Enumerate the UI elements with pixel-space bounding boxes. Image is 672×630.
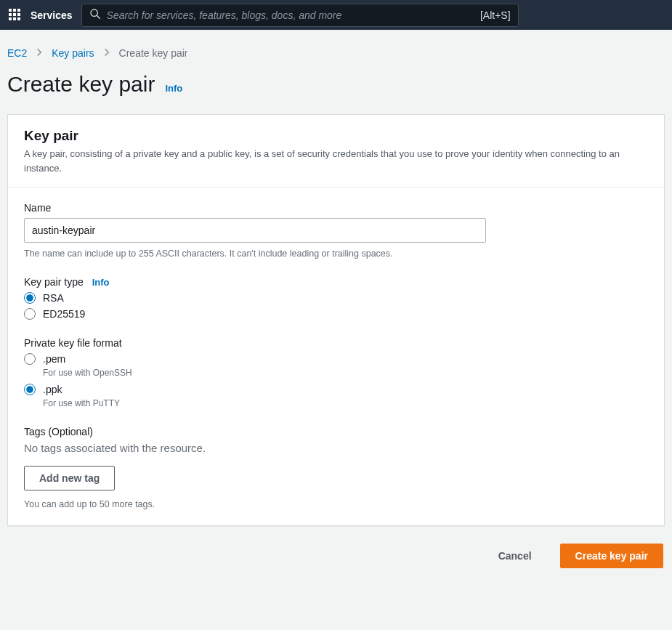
tags-label: Tags (Optional) — [24, 426, 648, 437]
radio-ppk[interactable] — [24, 384, 36, 395]
svg-line-1 — [97, 15, 100, 19]
name-field: Name The name can include up to 255 ASCI… — [24, 202, 648, 259]
svg-point-0 — [91, 9, 97, 16]
radio-ed25519-label: ED25519 — [43, 308, 85, 320]
page-info-link[interactable]: Info — [165, 83, 182, 94]
radio-pem[interactable] — [24, 353, 36, 365]
panel-header: Key pair A key pair, consisting of a pri… — [8, 115, 664, 187]
breadcrumb: EC2 Key pairs Create key pair — [0, 30, 672, 72]
keytype-field: Key pair type Info RSA ED25519 — [24, 276, 648, 320]
top-nav: Services [Alt+S] — [0, 0, 672, 30]
radio-rsa[interactable] — [24, 292, 36, 304]
keytype-info-link[interactable]: Info — [92, 277, 110, 288]
create-key-pair-button[interactable]: Create key pair — [560, 544, 663, 568]
format-field: Private key file format .pem For use wit… — [24, 337, 648, 408]
format-label: Private key file format — [24, 337, 648, 349]
search-shortcut: [Alt+S] — [480, 9, 511, 21]
name-input[interactable] — [24, 218, 486, 243]
key-pair-panel: Key pair A key pair, consisting of a pri… — [7, 114, 665, 526]
search-icon — [89, 8, 101, 23]
tags-empty: No tags associated with the resource. — [24, 442, 648, 454]
breadcrumb-root[interactable]: EC2 — [7, 47, 27, 59]
name-label: Name — [24, 202, 648, 214]
radio-ppk-label: .ppk — [43, 384, 62, 395]
search-input[interactable] — [107, 9, 474, 21]
tags-field: Tags (Optional) No tags associated with … — [24, 426, 648, 509]
radio-pem-label: .pem — [43, 353, 65, 365]
radio-ed25519[interactable] — [24, 308, 36, 320]
panel-title: Key pair — [24, 128, 648, 144]
services-menu[interactable]: Services — [31, 9, 73, 21]
add-new-tag-button[interactable]: Add new tag — [24, 466, 115, 490]
cancel-button[interactable]: Cancel — [483, 544, 547, 568]
panel-description: A key pair, consisting of a private key … — [24, 147, 648, 175]
tags-hint: You can add up to 50 more tags. — [24, 499, 648, 509]
name-hint: The name can include up to 255 ASCII cha… — [24, 249, 648, 259]
radio-pem-sub: For use with OpenSSH — [43, 368, 648, 378]
keytype-label: Key pair type — [24, 276, 84, 288]
page-title: Create key pair — [7, 72, 155, 97]
waffle-icon[interactable] — [9, 9, 22, 22]
radio-rsa-label: RSA — [43, 292, 64, 304]
page-heading: Create key pair Info — [0, 72, 672, 114]
breadcrumb-current: Create key pair — [119, 47, 188, 59]
chevron-right-icon — [103, 47, 110, 59]
radio-ppk-sub: For use with PuTTY — [43, 398, 648, 408]
breadcrumb-parent[interactable]: Key pairs — [52, 47, 94, 59]
footer-actions: Cancel Create key pair — [0, 526, 672, 583]
global-search[interactable]: [Alt+S] — [81, 4, 519, 27]
chevron-right-icon — [36, 47, 43, 59]
